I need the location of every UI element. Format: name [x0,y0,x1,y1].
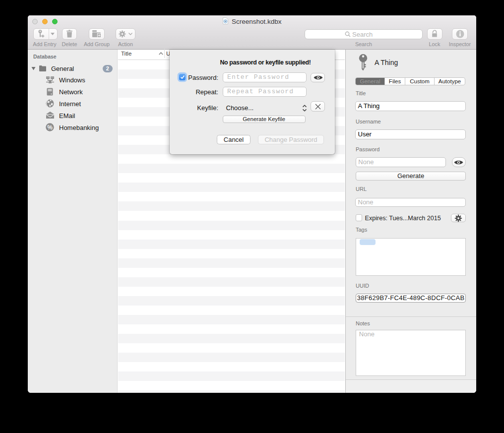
svg-text:%: % [47,124,53,131]
